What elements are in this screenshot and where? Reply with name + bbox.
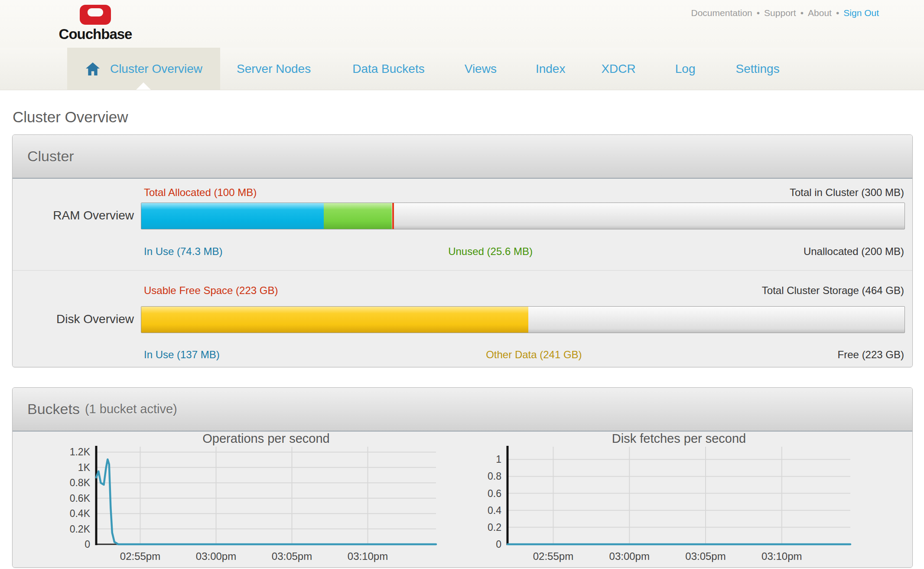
svg-text:03:10pm: 03:10pm [761, 550, 802, 562]
svg-text:1.2K: 1.2K [70, 446, 91, 458]
bar-segment-yellow [141, 307, 528, 333]
buckets-panel-header: Buckets (1 bucket active) [13, 388, 912, 432]
svg-text:0.8: 0.8 [488, 471, 501, 482]
tab-cluster-overview[interactable]: Cluster Overview [67, 48, 220, 90]
operations-per-second-chart: Operations per second00.2K0.4K0.6K0.8K1K… [57, 432, 455, 567]
nav-items: Cluster Overview Server Nodes Data Bucke… [0, 48, 924, 90]
ram-overview-label: RAM Overview [13, 209, 134, 222]
buckets-panel-body: Operations per second00.2K0.4K0.6K0.8K1K… [13, 432, 912, 567]
svg-text:03:05pm: 03:05pm [272, 550, 312, 562]
svg-text:0.6K: 0.6K [70, 493, 91, 504]
active-tab-notch [136, 82, 151, 90]
total-in-cluster-label: Total in Cluster (300 MB) [790, 186, 904, 199]
cluster-panel: Cluster RAM Overview Total Allocated (10… [12, 134, 913, 367]
documentation-link[interactable]: Documentation [691, 8, 752, 18]
support-link[interactable]: Support [764, 8, 796, 18]
svg-text:0.2: 0.2 [488, 522, 501, 533]
main-nav: Cluster Overview Server Nodes Data Bucke… [0, 48, 924, 90]
total-cluster-storage-label: Total Cluster Storage (464 GB) [762, 284, 904, 297]
disk-free-label: Free (223 GB) [838, 349, 904, 361]
tab-label: Cluster Overview [110, 62, 202, 76]
svg-text:0: 0 [496, 539, 501, 550]
couchbase-console: { "header": { "logo_text": "Couchbase", … [0, 0, 924, 569]
tab-log[interactable]: Log [675, 48, 696, 90]
buckets-active-count: (1 bucket active) [85, 402, 177, 416]
cluster-panel-header: Cluster [13, 135, 912, 179]
ram-usage-bar [141, 203, 905, 229]
svg-text:0.2K: 0.2K [70, 523, 91, 535]
svg-text:Operations per second: Operations per second [202, 432, 329, 445]
about-link[interactable]: About [808, 8, 832, 18]
page-title: Cluster Overview [13, 108, 128, 126]
sign-out-link[interactable]: Sign Out [843, 8, 879, 18]
svg-text:0.8K: 0.8K [70, 477, 91, 488]
svg-text:0.4: 0.4 [488, 505, 501, 516]
allocated-marker-line [392, 203, 394, 229]
svg-text:03:10pm: 03:10pm [348, 550, 388, 562]
svg-text:03:00pm: 03:00pm [609, 550, 650, 562]
tab-server-nodes[interactable]: Server Nodes [237, 48, 311, 90]
link-separator: • [836, 8, 839, 18]
logo-text: Couchbase [56, 26, 134, 43]
disk-overview-label: Disk Overview [13, 312, 134, 326]
usable-free-space-label: Usable Free Space (223 GB) [144, 284, 278, 297]
disk-overview-row: Disk Overview Usable Free Space (223 GB)… [13, 270, 912, 366]
cluster-panel-title: Cluster [27, 148, 74, 165]
home-icon [85, 62, 101, 76]
tab-views[interactable]: Views [465, 48, 497, 90]
ram-overview-row: RAM Overview Total Allocated (100 MB) To… [13, 179, 912, 270]
ram-in-use-label: In Use (74.3 MB) [144, 245, 222, 258]
disk-in-use-label: In Use (137 MB) [144, 349, 220, 361]
svg-text:1: 1 [496, 454, 501, 465]
link-separator: • [800, 8, 804, 18]
bar-segment-blue [141, 203, 324, 229]
total-allocated-label: Total Allocated (100 MB) [144, 186, 257, 199]
tab-data-buckets[interactable]: Data Buckets [352, 48, 425, 90]
tab-index[interactable]: Index [536, 48, 566, 90]
couchbase-logo: Couchbase [56, 4, 134, 43]
couchbase-logo-icon [79, 4, 111, 25]
link-separator: • [757, 8, 760, 18]
svg-text:02:55pm: 02:55pm [533, 550, 573, 562]
svg-text:03:05pm: 03:05pm [685, 550, 726, 562]
svg-text:0.4K: 0.4K [70, 508, 91, 519]
svg-text:Disk fetches per second: Disk fetches per second [612, 432, 746, 445]
svg-text:03:00pm: 03:00pm [196, 550, 236, 562]
disk-fetches-per-second-chart: Disk fetches per second00.20.40.60.8102:… [469, 432, 867, 567]
tab-xdcr[interactable]: XDCR [601, 48, 635, 90]
svg-text:1K: 1K [78, 462, 91, 473]
disk-usage-bar [141, 306, 905, 333]
site-header: Couchbase Documentation•Support•About•Si… [0, 0, 924, 48]
svg-text:0.6: 0.6 [488, 488, 501, 499]
ram-unallocated-label: Unallocated (200 MB) [804, 245, 904, 258]
bar-segment-green [324, 203, 392, 229]
cluster-panel-body: RAM Overview Total Allocated (100 MB) To… [13, 179, 912, 366]
ops_per_second-line [96, 459, 436, 544]
buckets-panel: Buckets (1 bucket active) Operations per… [12, 387, 913, 568]
buckets-panel-title: Buckets [27, 401, 80, 418]
tab-settings[interactable]: Settings [735, 48, 779, 90]
ram-unused-label: Unused (25.6 MB) [448, 245, 533, 258]
svg-text:0: 0 [85, 539, 90, 550]
utility-links: Documentation•Support•About•Sign Out [691, 8, 879, 18]
other-data-label: Other Data (241 GB) [486, 349, 582, 361]
svg-text:02:55pm: 02:55pm [120, 550, 160, 562]
